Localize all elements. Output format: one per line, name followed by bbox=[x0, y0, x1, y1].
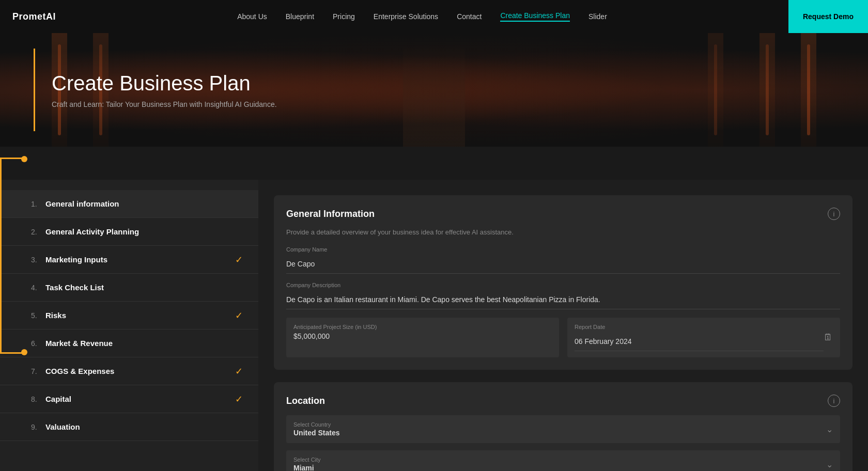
location-title: Location bbox=[286, 396, 325, 406]
general-info-title: General Information bbox=[286, 209, 375, 219]
sidebar-label-2: General Activity Planning bbox=[45, 227, 139, 236]
nav-links: About Us Blueprint Pricing Enterprise So… bbox=[237, 11, 607, 22]
company-name-label: Company Name bbox=[286, 246, 840, 253]
hero-section: Create Business Plan Craft and Learn: Ta… bbox=[0, 33, 868, 147]
form-area: General Information i Provide a detailed… bbox=[258, 180, 868, 471]
company-desc-field: Company Description De Capo is an Italia… bbox=[286, 282, 840, 309]
sidebar-label-4: Task Check List bbox=[45, 283, 104, 292]
city-chevron-icon: ⌄ bbox=[826, 460, 833, 469]
calendar-icon[interactable]: 🗓 bbox=[824, 332, 833, 343]
hero-content: Create Business Plan Craft and Learn: Ta… bbox=[0, 72, 277, 108]
navbar: PrometAI About Us Blueprint Pricing Ente… bbox=[0, 0, 868, 33]
general-info-header: General Information i bbox=[286, 208, 840, 220]
project-date-row: Anticipated Project Size (in USD) $5,000… bbox=[286, 318, 840, 357]
company-desc-value[interactable]: De Capo is an Italian restaurant in Miam… bbox=[286, 290, 840, 309]
city-value: Miami bbox=[293, 464, 321, 471]
check-icon-8: ✓ bbox=[235, 394, 243, 405]
sidebar-item-risks[interactable]: 5. Risks ✓ bbox=[0, 302, 258, 329]
country-select[interactable]: Select Country United States ⌄ bbox=[286, 415, 840, 443]
report-date-label: Report Date bbox=[575, 324, 824, 330]
nav-create-plan[interactable]: Create Business Plan bbox=[500, 11, 570, 22]
sidebar-num-5: 5. bbox=[31, 311, 45, 320]
project-size-label: Anticipated Project Size (in USD) bbox=[293, 324, 552, 330]
sidebar-label-8: Capital bbox=[45, 395, 71, 403]
company-name-value[interactable]: De Capo bbox=[286, 255, 840, 274]
sidebar-num-3: 3. bbox=[31, 256, 45, 264]
sidebar-num-8: 8. bbox=[31, 395, 45, 403]
sidebar-num-7: 7. bbox=[31, 367, 45, 375]
country-value: United States bbox=[293, 429, 339, 437]
hero-title: Create Business Plan bbox=[52, 72, 277, 95]
sidebar-label-6: Market & Revenue bbox=[45, 339, 113, 348]
request-demo-button[interactable]: Request Demo bbox=[788, 0, 868, 33]
sidebar-item-market-revenue[interactable]: 6. Market & Revenue bbox=[0, 329, 258, 357]
sidebar-label-1: General information bbox=[45, 199, 119, 208]
city-label: Select City bbox=[293, 457, 321, 463]
sidebar-item-task-checklist[interactable]: 4. Task Check List bbox=[0, 274, 258, 302]
check-icon-3: ✓ bbox=[235, 254, 243, 265]
sidebar-item-marketing[interactable]: 3. Marketing Inputs ✓ bbox=[0, 246, 258, 274]
bracket-dot-top bbox=[21, 156, 27, 162]
sidebar-num-4: 4. bbox=[31, 284, 45, 292]
sidebar: 1. General information 2. General Activi… bbox=[0, 180, 258, 471]
country-label: Select Country bbox=[293, 421, 339, 428]
nav-contact[interactable]: Contact bbox=[457, 12, 482, 21]
sidebar-item-valuation[interactable]: 9. Valuation bbox=[0, 413, 258, 441]
sidebar-label-3: Marketing Inputs bbox=[45, 255, 107, 264]
sidebar-num-2: 2. bbox=[31, 228, 45, 236]
general-info-desc: Provide a detailed overview of your busi… bbox=[286, 228, 840, 236]
sidebar-num-6: 6. bbox=[31, 339, 45, 348]
sidebar-item-general-info[interactable]: 1. General information bbox=[0, 190, 258, 218]
check-icon-5: ✓ bbox=[235, 310, 243, 321]
general-info-icon[interactable]: i bbox=[828, 208, 840, 220]
main-content: 1. General information 2. General Activi… bbox=[0, 180, 868, 471]
location-info-icon[interactable]: i bbox=[828, 395, 840, 407]
location-card: Location i Select Country United States … bbox=[274, 382, 853, 471]
location-header: Location i bbox=[286, 395, 840, 407]
nav-pricing[interactable]: Pricing bbox=[333, 12, 355, 21]
sidebar-label-9: Valuation bbox=[45, 422, 80, 431]
sidebar-item-cogs[interactable]: 7. COGS & Expenses ✓ bbox=[0, 357, 258, 385]
bracket-dot-bottom bbox=[21, 349, 27, 355]
nav-slider[interactable]: Slider bbox=[588, 12, 607, 21]
check-icon-7: ✓ bbox=[235, 366, 243, 377]
project-size-value: $5,000,000 bbox=[293, 332, 552, 340]
sidebar-label-7: COGS & Expenses bbox=[45, 367, 114, 375]
company-desc-label: Company Description bbox=[286, 282, 840, 288]
nav-blueprint[interactable]: Blueprint bbox=[286, 12, 314, 21]
sidebar-item-activity-planning[interactable]: 2. General Activity Planning bbox=[0, 218, 258, 246]
sidebar-item-capital[interactable]: 8. Capital ✓ bbox=[0, 385, 258, 413]
project-size-field[interactable]: Anticipated Project Size (in USD) $5,000… bbox=[286, 318, 559, 357]
report-date-field[interactable]: Report Date 06 February 2024 🗓 bbox=[567, 318, 840, 357]
sidebar-label-5: Risks bbox=[45, 311, 66, 320]
sidebar-num-9: 9. bbox=[31, 423, 45, 431]
yellow-bracket bbox=[0, 158, 23, 354]
nav-about-us[interactable]: About Us bbox=[237, 12, 267, 21]
general-info-card: General Information i Provide a detailed… bbox=[274, 195, 853, 370]
brand-logo: PrometAI bbox=[12, 11, 56, 22]
sidebar-num-1: 1. bbox=[31, 200, 45, 208]
report-date-value: 06 February 2024 bbox=[575, 332, 824, 351]
country-chevron-icon: ⌄ bbox=[826, 425, 833, 434]
city-select[interactable]: Select City Miami ⌄ bbox=[286, 450, 840, 471]
nav-enterprise[interactable]: Enterprise Solutions bbox=[374, 12, 438, 21]
company-name-field: Company Name De Capo bbox=[286, 246, 840, 274]
hero-subtitle: Craft and Learn: Tailor Your Business Pl… bbox=[52, 100, 277, 108]
